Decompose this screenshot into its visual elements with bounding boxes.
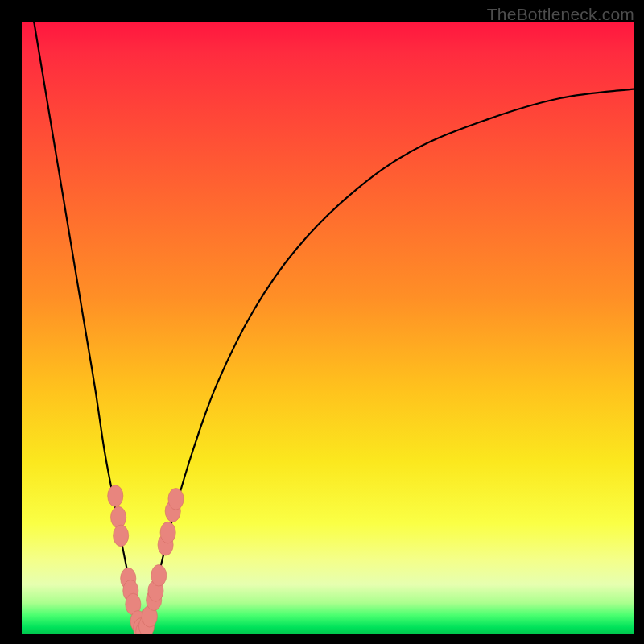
curve-marker [114,525,129,547]
curve-marker [151,565,167,587]
plot-area [22,22,634,634]
curve-marker [108,485,123,507]
curve-right-branch [142,89,634,633]
watermark-text: TheBottleneck.com [487,5,634,24]
curve-marker [111,506,126,528]
curve-marker [160,522,175,543]
chart-frame: TheBottleneck.com [0,0,644,644]
chart-svg [22,22,634,634]
curve-markers [108,485,184,634]
curve-marker [168,489,184,510]
